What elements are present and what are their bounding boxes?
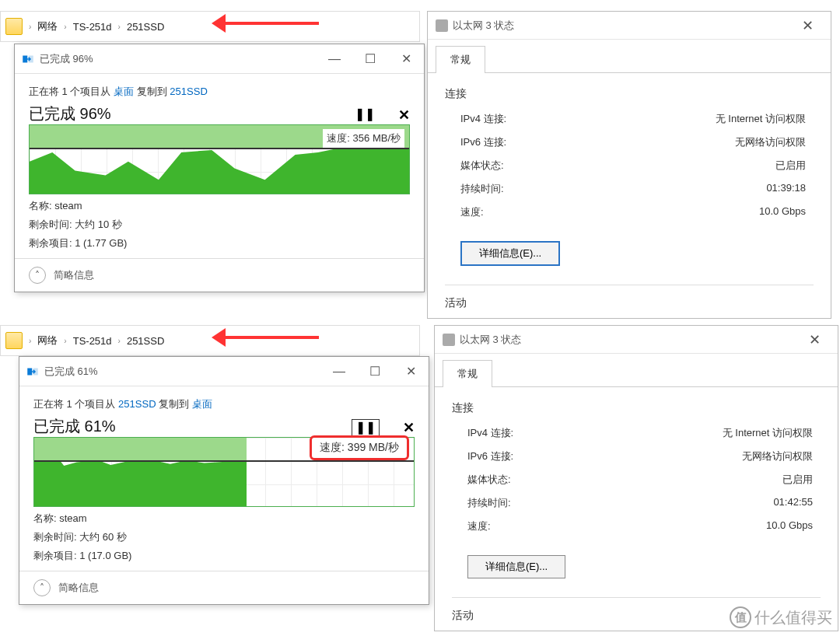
titlebar[interactable]: 已完成 61% ― ☐ ✕ bbox=[19, 357, 429, 386]
brief-info-toggle[interactable]: 简略信息 bbox=[58, 581, 99, 595]
source-link[interactable]: 桌面 bbox=[114, 86, 134, 97]
row-ipv6: IPv6 连接:无网络访问权限 bbox=[467, 449, 821, 463]
chevron-right-icon: › bbox=[26, 337, 34, 345]
close-button[interactable]: ✕ bbox=[388, 44, 424, 74]
chevron-up-icon[interactable]: ˄ bbox=[29, 267, 46, 284]
dest-link[interactable]: 桌面 bbox=[192, 398, 212, 410]
close-button[interactable]: ✕ bbox=[799, 326, 830, 354]
folder-icon bbox=[5, 332, 23, 349]
speed-chart: 速度: 399 MB/秒 bbox=[33, 437, 415, 507]
row-duration: 持续时间:01:39:18 bbox=[460, 182, 814, 196]
chevron-up-icon[interactable]: ˄ bbox=[33, 579, 51, 596]
breadcrumb-top[interactable]: › 网络 › TS-251d › 251SSD bbox=[0, 11, 420, 42]
items-remaining: 剩余项目: 1 (17.0 GB) bbox=[33, 549, 415, 563]
crumb-251ssd[interactable]: 251SSD bbox=[127, 21, 164, 33]
section-connection: 连接 bbox=[445, 87, 814, 101]
copy-dialog-2: 已完成 61% ― ☐ ✕ 正在将 1 个项目从 251SSD 复制到 桌面 已… bbox=[19, 356, 429, 605]
svg-rect-0 bbox=[23, 55, 27, 62]
chevron-right-icon: › bbox=[61, 23, 69, 31]
nic-icon bbox=[436, 19, 448, 32]
copy-icon bbox=[26, 365, 40, 379]
titlebar[interactable]: 以太网 3 状态 ✕ bbox=[435, 326, 838, 354]
title-text: 以太网 3 状态 bbox=[453, 19, 514, 33]
minimize-button[interactable]: ― bbox=[321, 357, 357, 386]
source-link[interactable]: 251SSD bbox=[118, 398, 156, 410]
titlebar[interactable]: 已完成 96% ― ☐ ✕ bbox=[15, 44, 424, 74]
title-text: 已完成 61% bbox=[44, 365, 98, 379]
pause-button[interactable]: ❚❚ bbox=[352, 419, 380, 436]
speed-label: 速度: 356 MB/秒 bbox=[323, 129, 404, 148]
minimize-button[interactable]: ― bbox=[317, 44, 352, 74]
chevron-right-icon: › bbox=[26, 23, 34, 31]
nic-icon bbox=[443, 334, 455, 346]
ethernet-status-dialog-1: 以太网 3 状态 ✕ 常规 连接 IPv4 连接:无 Internet 访问权限… bbox=[427, 11, 831, 319]
section-activity: 活动 bbox=[445, 285, 814, 310]
speed-label-highlight: 速度: 399 MB/秒 bbox=[310, 435, 409, 460]
details-button[interactable]: 详细信息(E)... bbox=[467, 555, 565, 578]
folder-icon bbox=[5, 18, 23, 35]
row-ipv4: IPv4 连接:无 Internet 访问权限 bbox=[460, 112, 814, 126]
crumb-network[interactable]: 网络 bbox=[37, 19, 58, 33]
titlebar[interactable]: 以太网 3 状态 ✕ bbox=[428, 12, 831, 40]
section-connection: 连接 bbox=[452, 401, 821, 415]
watermark-badge-icon: 值 bbox=[730, 606, 751, 628]
progress-text: 已完成 61% bbox=[33, 418, 116, 435]
crumb-ts251d[interactable]: TS-251d bbox=[73, 335, 112, 347]
row-ipv6: IPv6 连接:无网络访问权限 bbox=[460, 135, 814, 149]
row-media: 媒体状态:已启用 bbox=[467, 473, 821, 487]
chevron-right-icon: › bbox=[115, 337, 124, 345]
row-speed: 速度:10.0 Gbps bbox=[467, 519, 821, 533]
brief-info-toggle[interactable]: 简略信息 bbox=[54, 268, 94, 282]
breadcrumb-bottom[interactable]: › 网络 › TS-251d › 251SSD bbox=[0, 325, 420, 356]
chevron-right-icon: › bbox=[115, 23, 124, 31]
close-button[interactable]: ✕ bbox=[393, 357, 429, 386]
file-name: 名称: steam bbox=[29, 199, 410, 213]
row-speed: 速度:10.0 Gbps bbox=[460, 205, 814, 219]
tab-general[interactable]: 常规 bbox=[443, 360, 492, 387]
time-remaining: 剩余时间: 大约 10 秒 bbox=[29, 218, 410, 232]
chevron-right-icon: › bbox=[61, 337, 69, 345]
crumb-ts251d[interactable]: TS-251d bbox=[73, 21, 112, 33]
cancel-button[interactable]: ✕ bbox=[403, 419, 415, 436]
crumb-251ssd[interactable]: 251SSD bbox=[127, 335, 164, 347]
copy-icon bbox=[21, 52, 35, 66]
svg-rect-2 bbox=[27, 368, 32, 375]
time-remaining: 剩余时间: 大约 60 秒 bbox=[33, 530, 415, 544]
title-text: 已完成 96% bbox=[40, 52, 93, 66]
row-media: 媒体状态:已启用 bbox=[460, 159, 814, 173]
details-button[interactable]: 详细信息(E)... bbox=[460, 241, 560, 266]
progress-text: 已完成 96% bbox=[29, 105, 111, 122]
pause-button[interactable]: ❚❚ bbox=[355, 107, 375, 124]
maximize-button[interactable]: ☐ bbox=[352, 44, 388, 74]
tab-general[interactable]: 常规 bbox=[436, 46, 485, 73]
dest-link[interactable]: 251SSD bbox=[170, 86, 207, 97]
speed-chart: 速度: 356 MB/秒 bbox=[29, 124, 410, 194]
file-name: 名称: steam bbox=[33, 512, 415, 526]
ethernet-status-dialog-2: 以太网 3 状态 ✕ 常规 连接 IPv4 连接:无 Internet 访问权限… bbox=[434, 325, 838, 631]
title-text: 以太网 3 状态 bbox=[460, 333, 521, 347]
close-button[interactable]: ✕ bbox=[792, 12, 823, 40]
watermark: 值 什么值得买 bbox=[730, 606, 832, 628]
row-ipv4: IPv4 连接:无 Internet 访问权限 bbox=[467, 426, 821, 440]
copy-dialog-1: 已完成 96% ― ☐ ✕ 正在将 1 个项目从 桌面 复制到 251SSD 已… bbox=[14, 44, 425, 292]
cancel-button[interactable]: ✕ bbox=[398, 107, 410, 124]
copy-from-to: 正在将 1 个项目从 桌面 复制到 251SSD bbox=[29, 85, 410, 99]
items-remaining: 剩余项目: 1 (1.77 GB) bbox=[29, 236, 410, 250]
maximize-button[interactable]: ☐ bbox=[357, 357, 393, 386]
crumb-network[interactable]: 网络 bbox=[37, 334, 58, 348]
row-duration: 持续时间:01:42:55 bbox=[467, 496, 821, 510]
copy-from-to: 正在将 1 个项目从 251SSD 复制到 桌面 bbox=[33, 397, 415, 411]
